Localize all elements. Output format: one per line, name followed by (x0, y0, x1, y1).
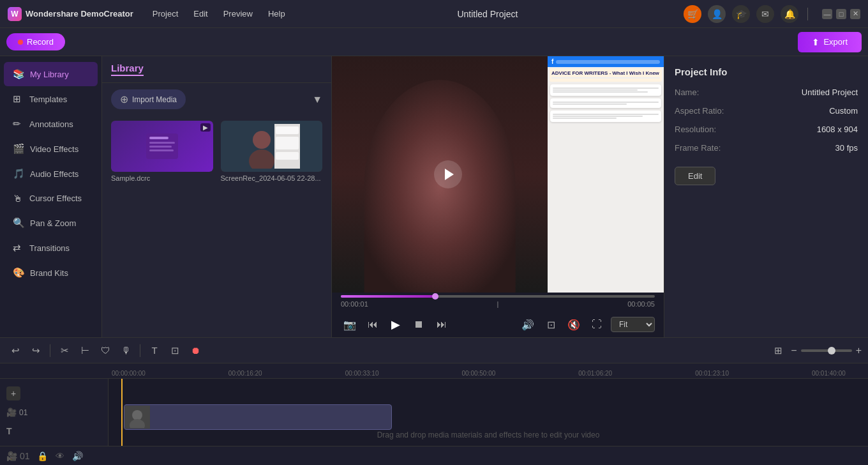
sidebar-item-transitions[interactable]: ⇄ Transitions (4, 236, 98, 260)
zoom-in-button[interactable]: + (856, 345, 862, 356)
video-clip-1[interactable] (124, 404, 392, 430)
fit-select[interactable]: Fit 50% 100% 150% (611, 317, 655, 332)
step-forward-button[interactable]: ⏭ (433, 316, 451, 333)
record-label: Record (27, 37, 54, 47)
menu-project[interactable]: Project (146, 6, 184, 21)
playhead[interactable]: 00:00:00:00 (121, 379, 123, 446)
library-title: Library (111, 63, 144, 76)
timeline-tracks: + 🎥 01 T 00:00:00:00 (0, 379, 868, 446)
mail-icon[interactable]: ✉ (756, 5, 774, 23)
time-current: 00:00:01 (341, 300, 368, 308)
user-icon[interactable]: 👤 (708, 5, 726, 23)
time-display: 00:00:01 | 00:00:05 (341, 300, 655, 308)
sidebar-item-pan-zoom[interactable]: 🔍 Pan & Zoom (4, 211, 98, 235)
timeline-bottom: 🎥 01 🔒 👁 🔊 (0, 446, 868, 465)
cursor-effects-icon: 🖱 (13, 193, 24, 204)
sidebar-item-video-effects[interactable]: 🎬 Video Effects (4, 137, 98, 161)
screenshot-button[interactable]: 📷 (341, 316, 359, 333)
info-label-name: Name: (675, 88, 699, 97)
sidebar-item-audio-effects[interactable]: 🎵 Audio Effects (4, 162, 98, 186)
ruler-mark-1: 00:00:16:20 (228, 370, 262, 377)
bottom-lock-icon[interactable]: 🔒 (37, 451, 48, 461)
media-thumb-screenrec (221, 121, 323, 172)
stabilize-button[interactable]: 🛡 (96, 342, 114, 360)
library-header: Library (102, 56, 331, 83)
timeline-area: ↩ ↪ ✂ ⊢ 🛡 🎙 T ⊡ ⏺ ⊞ − + 00:00:00:00 00:0… (0, 337, 868, 465)
export-button[interactable]: ⬆ Export (798, 32, 862, 52)
add-track-button[interactable]: + (6, 386, 20, 400)
svg-point-13 (132, 410, 142, 420)
filter-button[interactable]: ▼ (312, 94, 322, 105)
fullscreen-button[interactable]: ⛶ (588, 316, 606, 333)
split-button[interactable]: ✂ (56, 342, 73, 360)
volume-button[interactable]: 🔊 (519, 316, 537, 333)
crop-button[interactable]: ⊡ (542, 316, 560, 333)
progress-track[interactable] (341, 295, 655, 298)
record-btn-tl[interactable]: ⏺ (186, 342, 204, 360)
video-preview-inner: f ADVICE FOR WRITERS - What I Wish I Kne… (332, 56, 664, 293)
sidebar-item-templates[interactable]: ⊞ Templates (4, 87, 98, 111)
preview-timeline-bar: 00:00:01 | 00:00:05 (332, 293, 664, 312)
time-separator: | (497, 300, 499, 308)
close-button[interactable]: ✕ (850, 9, 860, 19)
mute-button[interactable]: 🔇 (565, 316, 583, 333)
pip-button[interactable]: ⊡ (166, 342, 184, 360)
menu-help[interactable]: Help (262, 6, 292, 21)
minimize-button[interactable]: — (822, 9, 832, 19)
graduation-icon[interactable]: 🎓 (732, 5, 750, 23)
ruler-mark-2: 00:00:33:10 (345, 370, 379, 377)
text-button[interactable]: T (146, 342, 163, 360)
sidebar-item-annotations[interactable]: ✏ Annotations (4, 112, 98, 136)
project-info-title: Project Info (675, 66, 858, 77)
sidebar-item-cursor-effects[interactable]: 🖱 Cursor Effects (4, 187, 98, 210)
media-item-sample[interactable]: ▶ Sample.dcrc (111, 121, 213, 182)
edit-project-button[interactable]: Edit (675, 167, 715, 185)
step-back-button[interactable]: ⏮ (364, 316, 382, 333)
progress-fill (341, 295, 435, 298)
bottom-eye-icon[interactable]: 👁 (56, 451, 64, 461)
progress-thumb[interactable] (432, 293, 438, 300)
sidebar-label-audio-effects: Audio Effects (30, 169, 79, 179)
undo-button[interactable]: ↩ (6, 342, 24, 360)
zoom-slider[interactable] (801, 349, 852, 352)
sidebar-item-my-library[interactable]: 📚 My Library (4, 62, 98, 86)
track-labels: + 🎥 01 T (0, 379, 108, 446)
sidebar-label-annotations: Annotations (29, 119, 73, 129)
timeline-content: 00:00:00:00 00:00:16:20 00:00:33:10 00:0… (0, 363, 868, 446)
zoom-thumb[interactable] (828, 347, 835, 354)
bottom-video-icon[interactable]: 🎥 01 (6, 451, 29, 461)
trim-button[interactable]: ⊢ (76, 342, 94, 360)
track-content[interactable]: 00:00:00:00 Drag and drop media material… (108, 379, 868, 446)
svg-rect-9 (276, 126, 299, 134)
window-controls: — □ ✕ (822, 9, 860, 19)
import-media-button[interactable]: ⊕ Import Media (111, 89, 186, 109)
menu-preview[interactable]: Preview (217, 6, 259, 21)
zoom-out-button[interactable]: − (791, 345, 797, 356)
video-effects-icon: 🎬 (13, 143, 25, 155)
record-audio-button[interactable]: 🎙 (117, 342, 135, 360)
ruler-mark-6: 00:01:40:00 (812, 370, 846, 377)
play-pause-button[interactable]: ▶ (387, 316, 405, 333)
maximize-button[interactable]: □ (836, 9, 846, 19)
bottom-audio-icon[interactable]: 🔊 (72, 451, 83, 461)
bell-icon[interactable]: 🔔 (781, 5, 798, 23)
stop-button[interactable]: ⏹ (410, 316, 428, 333)
video-bg: f ADVICE FOR WRITERS - What I Wish I Kne… (332, 56, 664, 293)
menu-edit[interactable]: Edit (187, 6, 214, 21)
media-grid: ▶ Sample.dcrc (102, 116, 331, 187)
video-preview[interactable]: f ADVICE FOR WRITERS - What I Wish I Kne… (332, 56, 664, 293)
main-toolbar: Record ⬆ Export (0, 28, 868, 56)
audio-effects-icon: 🎵 (13, 168, 25, 179)
fit-timeline-button[interactable]: ⊞ (769, 342, 787, 360)
sidebar-item-brand-kits[interactable]: 🎨 Brand Kits (4, 261, 98, 285)
redo-button[interactable]: ↪ (27, 342, 45, 360)
record-button[interactable]: Record (6, 33, 65, 50)
import-label: Import Media (132, 95, 177, 104)
media-item-screenrec[interactable]: ScreenRec_2024-06-05 22-28... (221, 121, 323, 182)
ruler-mark-0: 00:00:00:00 (112, 370, 146, 377)
cart-icon[interactable]: 🛒 (684, 5, 701, 23)
play-overlay-button[interactable] (434, 160, 462, 188)
separator (807, 8, 808, 20)
sample-thumbnail (111, 121, 213, 172)
track-video-icon: 🎥 (6, 408, 17, 417)
